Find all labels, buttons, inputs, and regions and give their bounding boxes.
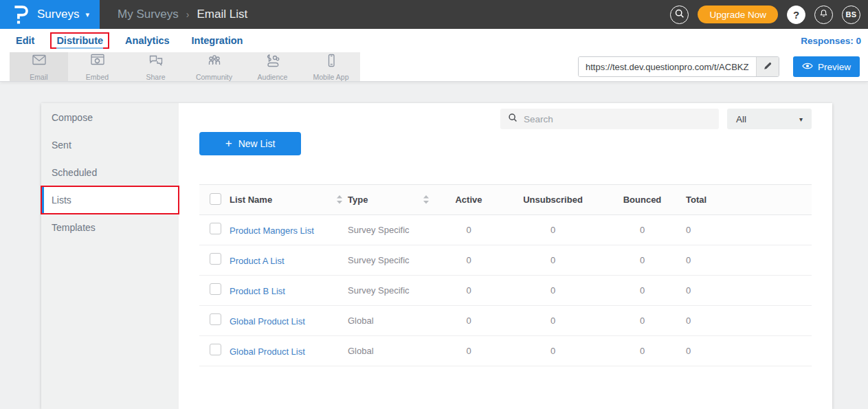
new-list-button[interactable]: + New List [199,132,301,155]
tab-analytics[interactable]: Analytics [119,32,175,49]
email-icon [30,53,48,71]
list-search [500,109,719,129]
sidebar-item-templates[interactable]: Templates [41,214,179,241]
sidebar-item-scheduled[interactable]: Scheduled [41,159,179,186]
chevron-down-icon: ▾ [85,10,89,19]
channel-embed[interactable]: Embed [68,52,126,81]
email-lists-panel: Compose Sent Scheduled Lists Templates A… [41,103,832,409]
help-button[interactable]: ? [787,5,805,24]
community-icon [205,53,223,71]
notifications-button[interactable] [814,5,833,24]
column-unsubscribed: Unsubscribed [503,185,603,215]
sort-type-button[interactable] [423,195,429,204]
list-name-link[interactable]: Product Mangers List [230,225,314,236]
channel-selector: Email Embed Share Community Audience [10,52,360,81]
toolbar-right: Preview [578,52,868,81]
column-list-name: List Name [230,195,272,205]
email-lists-table: List Name Type [199,184,812,366]
survey-url-group [578,56,779,77]
survey-url-input[interactable] [579,57,756,76]
product-label: Surveys [37,8,79,21]
tab-edit[interactable]: Edit [10,32,41,49]
section-tabs: Edit Distribute Analytics Integration Re… [0,29,868,52]
column-active: Active [434,185,503,215]
mobile-app-icon [322,53,340,71]
content-top-bar: All ▾ [199,109,812,129]
row-checkbox[interactable] [210,283,221,295]
search-button[interactable] [670,5,689,24]
chevron-down-icon: ▾ [799,115,803,123]
list-name-link[interactable]: Global Product List [230,316,305,327]
lists-content: All ▾ + New List List Name [179,103,832,409]
table-row: Product A List Survey Specific 0 0 0 0 [199,245,812,276]
email-sidebar: Compose Sent Scheduled Lists Templates [41,103,179,409]
share-icon [147,53,165,71]
channel-audience[interactable]: Audience [243,52,302,81]
filter-dropdown[interactable]: All ▾ [727,109,812,129]
column-bounced: Bounced [603,185,682,215]
channel-share[interactable]: Share [126,52,185,81]
column-type: Type [348,195,368,205]
table-row: Product Mangers List Survey Specific 0 0… [199,215,812,245]
eye-icon [802,62,813,72]
table-row: Global Product List Global 0 0 0 0 [199,306,812,336]
list-name-link[interactable]: Product B List [230,286,285,296]
magnifier-icon [508,113,518,125]
avatar-initials: BS [846,10,857,19]
embed-icon [89,53,107,71]
select-all-checkbox[interactable] [210,193,221,205]
edit-url-button[interactable] [756,57,779,76]
row-checkbox[interactable] [210,223,221,234]
row-checkbox[interactable] [210,253,221,265]
search-icon [674,8,685,21]
breadcrumb-separator: › [186,9,190,20]
user-avatar[interactable]: BS [842,5,860,24]
row-checkbox[interactable] [210,313,221,325]
sidebar-item-sent[interactable]: Sent [41,131,179,159]
responses-count[interactable]: Responses: 0 [801,36,868,46]
topbar-actions: Upgrade Now ? BS [670,5,868,24]
sidebar-item-compose[interactable]: Compose [41,104,179,131]
audience-icon [264,53,282,71]
table-row: Product B List Survey Specific 0 0 0 0 [199,276,812,306]
distribute-toolbar: Email Embed Share Community Audience [0,52,868,81]
table-row: Global Product List Global 0 0 0 0 [199,336,812,366]
page-background: Compose Sent Scheduled Lists Templates A… [0,81,868,409]
channel-email[interactable]: Email [10,52,68,81]
table-header-row: List Name Type [199,185,812,215]
plus-icon: + [225,137,232,149]
top-bar: Surveys ▾ My Surveys › Email List Upgrad… [0,0,868,29]
questionpro-logo-icon [12,4,29,25]
pencil-icon [763,61,772,73]
search-input[interactable] [524,114,711,124]
page-title: Email List [197,8,247,21]
tab-distribute[interactable]: Distribute [50,32,109,49]
list-name-link[interactable]: Product A List [230,256,285,266]
tab-integration[interactable]: Integration [186,32,249,49]
breadcrumb-parent[interactable]: My Surveys [118,8,179,21]
preview-button[interactable]: Preview [793,56,860,77]
channel-mobile-app[interactable]: Mobile App [302,52,360,81]
list-name-link[interactable]: Global Product List [230,346,305,357]
sort-list-name-button[interactable] [337,195,342,204]
bell-icon [819,8,829,21]
row-checkbox[interactable] [210,344,221,355]
question-mark-icon: ? [793,9,799,21]
breadcrumb: My Surveys › Email List [118,8,247,21]
upgrade-now-button[interactable]: Upgrade Now [698,5,778,23]
sidebar-item-lists[interactable]: Lists [41,186,179,214]
channel-community[interactable]: Community [185,52,243,81]
column-total: Total [682,185,737,215]
filter-value: All [736,114,746,124]
product-menu[interactable]: Surveys ▾ [0,0,100,29]
